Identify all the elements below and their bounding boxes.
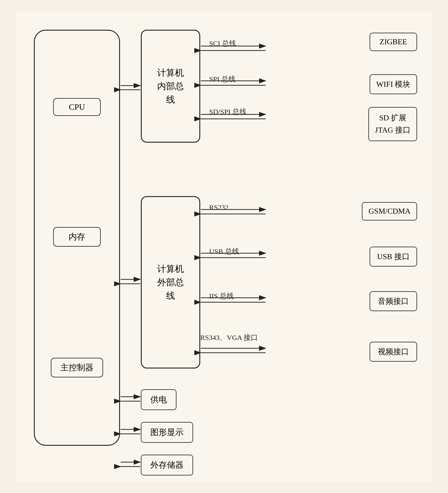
power-box: 供电 [141,389,176,410]
display-box: 图形显示 [141,422,193,443]
usb-port-box: USB 接口 [370,247,417,267]
rs343-vga-label: RS343、VGA 接口 [200,333,258,342]
internal-bus-block: 计算机内部总线 [141,30,200,143]
external-bus-label: 计算机外部总线 [157,262,184,302]
memory-box: 内存 [53,227,101,247]
usb-label: USB 总线 [209,247,239,256]
controller-box: 主控制器 [51,358,103,377]
wifi-box: WIFI 模块 [370,74,417,94]
sci-label: SCI 总线 [209,39,236,48]
iis-label: IIS 总线 [209,291,234,301]
external-bus-block: 计算机外部总线 [141,196,200,368]
zigbee-box: ZIGBEE [370,33,417,51]
video-box: 视频接口 [370,342,417,362]
sd-box: SD 扩展JTAG 接口 [368,107,417,141]
audio-box: 音频接口 [370,291,417,311]
spi-label: SPI 总线 [209,74,236,84]
main-block: CPU 内存 主控制器 [34,30,120,446]
gsm-box: GSM/CDMA [362,202,417,220]
internal-bus-label: 计算机内部总线 [157,66,184,106]
cpu-box: CPU [53,98,101,116]
diagram-container: CPU 内存 主控制器 计算机内部总线 计算机外部总线 ZIGBEE WIFI … [16,12,432,481]
ext-memory-box: 外存储器 [141,455,193,475]
rs232-label: RS232 [209,204,228,212]
sd-spi-label: SD/SPI 总线 [209,107,247,116]
